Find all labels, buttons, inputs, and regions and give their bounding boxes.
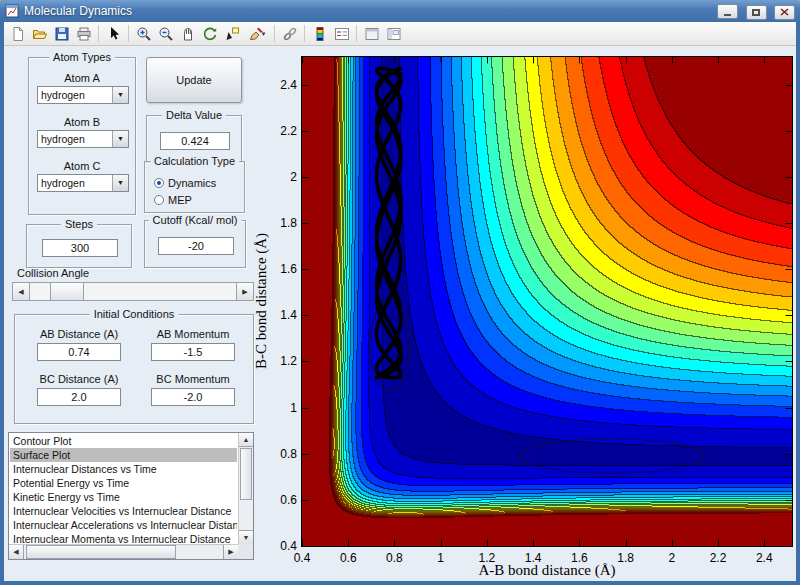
y-tick-label: 0.4 — [280, 539, 297, 553]
insert-legend-button[interactable] — [331, 23, 352, 44]
dropdown-caret-icon[interactable]: ▾ — [262, 30, 266, 38]
arrow-left-icon: ◀ — [13, 548, 18, 556]
arrow-left-icon: ◀ — [18, 288, 23, 296]
x-tick-label: 0.6 — [340, 551, 357, 565]
toolbar-separator — [128, 25, 129, 42]
plot-type-item[interactable]: Internuclear Momenta vs Internuclear Dis… — [10, 532, 237, 543]
y-tick-label: 1.2 — [280, 354, 297, 368]
slider-track[interactable] — [30, 283, 236, 300]
dropdown-arrow-icon[interactable]: ▼ — [112, 131, 128, 147]
steps-field[interactable]: 300 — [42, 239, 118, 257]
arrow-right-icon: ▶ — [228, 548, 233, 556]
y-tick-label: 1.6 — [280, 262, 297, 276]
initial-condition-field[interactable]: 2.0 — [37, 388, 121, 406]
hide-plot-tools-button[interactable] — [361, 23, 382, 44]
collision-angle-label: Collision Angle — [17, 267, 89, 279]
atom-types-legend: Atom Types — [49, 51, 115, 63]
pes-contour-canvas[interactable] — [302, 57, 792, 546]
plot-type-item[interactable]: Internuclear Distances vs Time — [10, 462, 237, 476]
slider-thumb[interactable] — [50, 282, 84, 301]
plot-type-listbox[interactable]: Contour PlotSurface PlotInternuclear Dis… — [8, 432, 254, 560]
insert-colorbar-button[interactable] — [309, 23, 330, 44]
initial-condition-field[interactable]: -1.5 — [151, 343, 235, 361]
link-icon — [282, 26, 298, 42]
initial-conditions-panel: Initial Conditions AB Distance (A)0.74AB… — [14, 314, 254, 424]
toolbar-separator — [356, 25, 357, 42]
y-tick-label: 2.2 — [280, 124, 297, 138]
initial-condition-label: AB Momentum — [151, 328, 235, 340]
plot-type-item[interactable]: Internuclear Accelerations vs Internucle… — [10, 518, 237, 532]
zoom-out-button[interactable] — [155, 23, 176, 44]
link-plot-button[interactable] — [279, 23, 300, 44]
dropdown-arrow-icon[interactable]: ▼ — [112, 175, 128, 191]
pan-button[interactable] — [177, 23, 198, 44]
new-file-icon — [10, 26, 26, 42]
print-button[interactable] — [73, 23, 94, 44]
zoom-in-icon — [136, 26, 152, 42]
close-button[interactable] — [774, 5, 795, 20]
new-file-button[interactable] — [7, 23, 28, 44]
toolbar-separator — [98, 25, 99, 42]
collision-angle-slider[interactable]: ◀ ▶ — [12, 282, 254, 301]
slider-left-arrow[interactable]: ◀ — [13, 283, 30, 300]
minimize-button[interactable] — [717, 4, 738, 19]
x-axis-label: A-B bond distance (Å) — [478, 562, 615, 579]
plot-type-item[interactable]: Potential Energy vs Time — [10, 476, 237, 490]
dropdown-arrow-icon[interactable]: ▼ — [112, 87, 128, 103]
figure-toolbar: ▾ — [4, 22, 796, 46]
y-tick-label: 2 — [290, 170, 297, 184]
print-icon — [76, 26, 92, 42]
open-file-button[interactable] — [29, 23, 50, 44]
initial-condition-field[interactable]: 0.74 — [37, 343, 121, 361]
atom-a-label: Atom A — [29, 72, 135, 84]
restore-button[interactable] — [746, 5, 767, 20]
zoom-in-button[interactable] — [133, 23, 154, 44]
cutoff-field[interactable]: -20 — [158, 237, 234, 255]
calc-type-option-dynamics[interactable]: Dynamics — [154, 175, 216, 190]
title-bar[interactable]: Molecular Dynamics — [0, 0, 800, 22]
vertical-scroll-thumb[interactable] — [240, 448, 252, 500]
x-tick-label: 2.2 — [710, 551, 727, 565]
scroll-up-button[interactable]: ▲ — [239, 433, 253, 447]
calc-type-option-mep[interactable]: MEP — [154, 192, 192, 207]
horizontal-scroll-track[interactable] — [24, 545, 223, 559]
atom-c-dropdown[interactable]: hydrogen▼ — [37, 174, 129, 192]
atom-b-dropdown[interactable]: hydrogen▼ — [37, 130, 129, 148]
arrow-down-icon: ▼ — [243, 534, 250, 541]
listbox-horizontal-scrollbar[interactable]: ◀ ▶ — [9, 544, 238, 559]
atom-a-value: hydrogen — [38, 87, 112, 103]
calc-type-option-label: Dynamics — [168, 177, 216, 189]
atom-b-value: hydrogen — [38, 131, 112, 147]
x-tick-label: 2 — [668, 551, 675, 565]
plot-type-item[interactable]: Kinetic Energy vs Time — [10, 490, 237, 504]
listbox-vertical-scrollbar[interactable]: ▲ ▼ — [238, 433, 253, 544]
delta-value-field[interactable]: 0.424 — [160, 132, 230, 150]
plot-type-item[interactable]: Internuclear Velocities vs Internuclear … — [10, 504, 237, 518]
plot-type-item[interactable]: Surface Plot — [10, 448, 237, 462]
edit-plot-button[interactable] — [103, 23, 124, 44]
initial-condition-field[interactable]: -2.0 — [151, 388, 235, 406]
data-cursor-button[interactable] — [221, 23, 242, 44]
y-tick-label: 1.8 — [280, 216, 297, 230]
scroll-down-button[interactable]: ▼ — [239, 530, 253, 544]
radio-button-icon[interactable] — [154, 195, 164, 205]
scroll-left-button[interactable]: ◀ — [9, 545, 24, 559]
brush-data-button[interactable]: ▾ — [243, 23, 270, 44]
hide-plot-tools-icon — [364, 26, 380, 42]
horizontal-scroll-thumb[interactable] — [26, 545, 176, 559]
atom-a-dropdown[interactable]: hydrogen▼ — [37, 86, 129, 104]
restore-icon — [752, 9, 760, 16]
toolbar-separator — [304, 25, 305, 42]
window-title: Molecular Dynamics — [24, 4, 709, 18]
save-icon — [54, 26, 70, 42]
slider-right-arrow[interactable]: ▶ — [236, 283, 253, 300]
scroll-right-button[interactable]: ▶ — [223, 545, 238, 559]
show-plot-tools-button[interactable] — [383, 23, 404, 44]
rotate-3d-button[interactable] — [199, 23, 220, 44]
x-tick-label: 2.4 — [756, 551, 773, 565]
colorbar-icon — [312, 26, 328, 42]
radio-button-icon[interactable] — [154, 178, 164, 188]
update-button[interactable]: Update — [146, 57, 242, 103]
plot-type-item[interactable]: Contour Plot — [10, 434, 237, 448]
save-button[interactable] — [51, 23, 72, 44]
